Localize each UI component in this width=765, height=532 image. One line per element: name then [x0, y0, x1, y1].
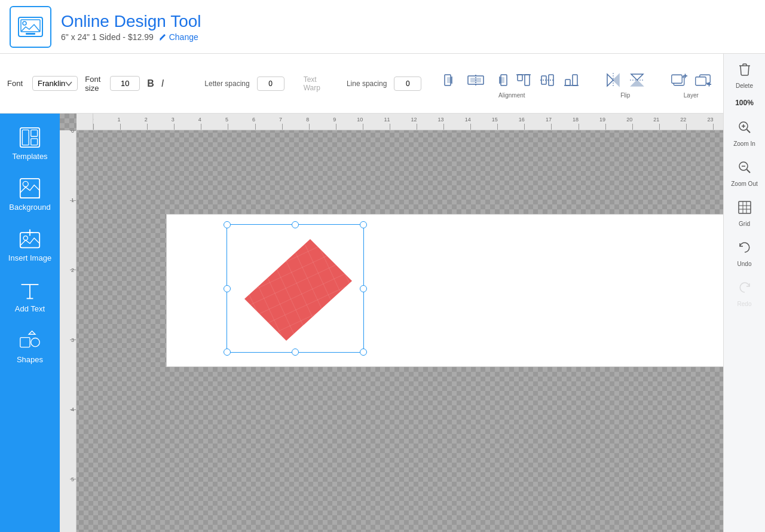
font-dropdown[interactable]: Franklin: [32, 76, 78, 91]
svg-rect-31: [565, 80, 570, 85]
grid-icon: [734, 197, 755, 218]
svg-rect-25: [518, 75, 522, 81]
design-canvas[interactable]: [166, 214, 723, 367]
svg-rect-69: [31, 130, 38, 136]
flip-group: Flip: [602, 69, 648, 99]
bold-button[interactable]: B: [147, 74, 154, 93]
svg-rect-17: [447, 77, 452, 83]
font-size-label: Font size: [85, 75, 100, 93]
zoom-out-label: Zoom Out: [731, 181, 757, 187]
grid-button[interactable]: Grid: [734, 197, 755, 227]
sidebar-item-add-text[interactable]: Add Text: [0, 271, 60, 322]
toolbar: Font Franklin Font size B I Letter spaci…: [0, 54, 765, 114]
align-bottom-button[interactable]: [560, 69, 583, 91]
svg-line-90: [746, 170, 750, 173]
header: Online Design Tool 6" x 24" 1 Sided - $1…: [0, 0, 765, 54]
svg-rect-68: [22, 130, 29, 145]
zoom-out-button[interactable]: Zoom Out: [731, 157, 757, 187]
sidebar-item-insert-image[interactable]: Insert Image: [0, 220, 60, 271]
subtitle-text: 6" x 24" 1 Sided - $12.99: [61, 32, 154, 42]
redo-icon: [734, 277, 755, 298]
svg-marker-37: [631, 74, 643, 80]
text-warp-label: Text Warp: [304, 75, 320, 92]
svg-rect-70: [31, 139, 38, 145]
svg-rect-41: [672, 75, 683, 83]
letter-spacing-input[interactable]: [257, 77, 284, 91]
left-sidebar: Templates Background Insert Image Add Te…: [0, 114, 60, 532]
layer-up-button[interactable]: [668, 69, 690, 91]
line-spacing-label: Line spacing: [347, 80, 387, 88]
undo-label: Undo: [738, 261, 752, 267]
header-title-block: Online Design Tool 6" x 24" 1 Sided - $1…: [61, 12, 201, 42]
zoom-out-icon: [734, 157, 755, 178]
zoom-in-icon: [734, 117, 755, 138]
svg-rect-67: [20, 128, 39, 147]
line-spacing-input[interactable]: [394, 77, 421, 91]
svg-marker-34: [607, 74, 613, 86]
svg-rect-92: [739, 201, 751, 213]
layer-down-button[interactable]: [691, 69, 714, 91]
flip-label: Flip: [620, 92, 630, 99]
layer-group: Layer: [668, 69, 714, 99]
zoom-in-button[interactable]: Zoom In: [733, 117, 755, 147]
letter-spacing-label: Letter spacing: [204, 80, 249, 88]
align-center-h-button[interactable]: [464, 69, 487, 91]
sidebar-item-shapes[interactable]: Shapes: [0, 322, 60, 372]
font-size-input[interactable]: [110, 76, 140, 91]
svg-rect-80: [20, 338, 30, 347]
selected-shape: [227, 224, 364, 353]
sidebar-item-background[interactable]: Background: [0, 169, 60, 220]
app-title: Online Design Tool: [61, 12, 201, 31]
svg-rect-45: [696, 77, 706, 85]
alignment-label: Alignment: [498, 92, 525, 99]
svg-rect-32: [573, 75, 577, 85]
flip-h-button[interactable]: [602, 69, 625, 91]
app-subtitle: 6" x 24" 1 Sided - $12.99 Change: [61, 32, 201, 42]
sidebar-insert-image-label: Insert Image: [8, 253, 51, 262]
app-logo: [10, 6, 51, 48]
grid-label: Grid: [739, 221, 750, 227]
align-top-left-button[interactable]: [440, 69, 463, 91]
zoom-in-label: Zoom In: [733, 140, 755, 147]
align-top-right-button[interactable]: [488, 69, 511, 91]
redo-button[interactable]: Redo: [734, 277, 755, 307]
undo-icon: [734, 237, 755, 258]
svg-rect-3: [26, 33, 35, 35]
svg-marker-35: [613, 74, 619, 86]
undo-button[interactable]: Undo: [734, 237, 755, 267]
ruler-top: 0123456789101112131415161718192021222324: [76, 114, 723, 130]
svg-point-2: [23, 22, 26, 25]
svg-rect-71: [20, 179, 39, 198]
flip-v-button[interactable]: [626, 69, 648, 91]
sidebar-templates-label: Templates: [12, 152, 47, 161]
main-content: Templates Background Insert Image Add Te…: [0, 114, 765, 532]
font-label: Font: [7, 79, 23, 88]
change-link[interactable]: Change: [158, 32, 198, 42]
svg-marker-38: [631, 80, 643, 86]
red-rectangle-shape[interactable]: [227, 224, 364, 353]
alignment-group: Alignment: [440, 69, 583, 99]
align-top-button[interactable]: [512, 69, 535, 91]
svg-rect-23: [500, 77, 504, 83]
svg-point-72: [23, 181, 28, 186]
svg-marker-84: [244, 239, 352, 341]
svg-line-86: [746, 130, 750, 133]
svg-rect-26: [525, 75, 530, 85]
canvas-area[interactable]: 0123456789101112131415161718192021222324…: [60, 114, 723, 532]
right-panel: Delete 100% Zoom In Zoom Out Grid: [723, 114, 765, 532]
sidebar-shapes-label: Shapes: [17, 355, 43, 364]
redo-label: Redo: [738, 301, 752, 307]
svg-point-76: [23, 236, 27, 240]
sidebar-item-templates[interactable]: Templates: [0, 118, 60, 169]
sidebar-background-label: Background: [9, 203, 50, 212]
svg-point-81: [31, 338, 39, 347]
italic-button[interactable]: I: [161, 74, 164, 93]
layer-label: Layer: [684, 92, 699, 99]
sidebar-add-text-label: Add Text: [15, 304, 45, 313]
ruler-left: 0123456: [60, 130, 76, 532]
align-middle-v-button[interactable]: [536, 69, 559, 91]
